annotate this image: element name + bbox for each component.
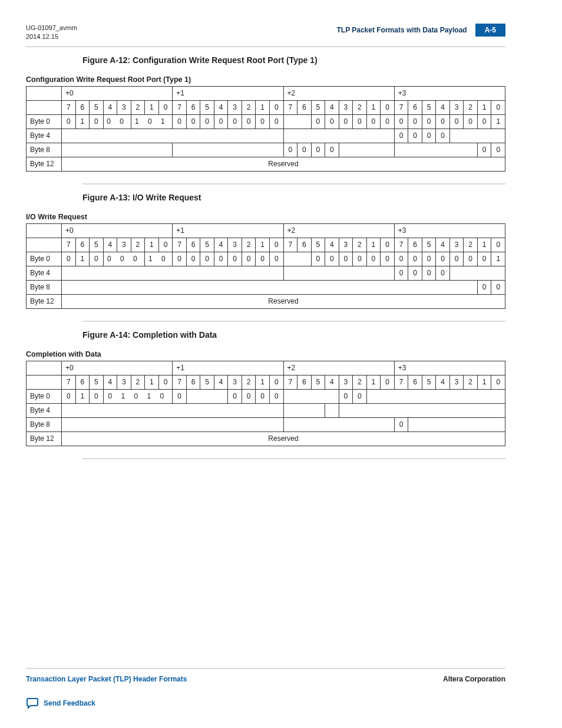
bit-cell: 1 [75, 114, 90, 129]
bit-index-cell: 3 [117, 100, 131, 114]
bit-cell: Reserved [62, 294, 505, 308]
bit-cell: 0 [477, 143, 491, 157]
bit-index-cell: 4 [436, 238, 450, 252]
bit-cell: Reserved [62, 431, 505, 446]
table-caption: Configuration Write Request Root Port (T… [26, 75, 505, 84]
bit-cell: 0 [339, 252, 353, 266]
bit-index-cell: 0 [269, 100, 283, 114]
table-caption: I/O Write Request [26, 213, 505, 221]
bit-cell: 0 [422, 114, 436, 129]
bit-index-cell: 5 [311, 375, 325, 389]
bit-index-cell: 1 [477, 100, 491, 114]
bit-index-cell: 3 [339, 238, 353, 252]
bit-index-cell: 0 [158, 238, 173, 252]
bit-cell: 0 [269, 114, 283, 129]
bit-index-cell: 7 [62, 100, 76, 114]
footer-section-link[interactable]: Transaction Layer Packet (TLP) Header Fo… [26, 675, 187, 683]
bit-index-cell: 6 [75, 100, 90, 114]
byte-offset-cell: +0 [62, 361, 173, 375]
bit-cell [339, 403, 505, 417]
bit-index-cell: 1 [366, 375, 381, 389]
bit-index-cell: 4 [214, 238, 228, 252]
bit-cell: 0 [283, 143, 297, 157]
row-label: Byte 8 [27, 143, 62, 157]
bit-cell: 0 [436, 266, 450, 280]
bit-index-cell: 6 [297, 100, 312, 114]
send-feedback-link[interactable]: Send Feedback [44, 699, 95, 707]
bit-cell: 0 [477, 280, 491, 294]
bit-cell: 0 1 0 1 0 [103, 389, 173, 403]
bit-cell: 0 [394, 252, 408, 266]
bit-index-cell: 4 [325, 238, 339, 252]
bit-cell: 0 [408, 129, 422, 143]
byte-offset-cell: +1 [173, 86, 283, 100]
bit-index-cell: 5 [200, 238, 214, 252]
bit-cell: 0 [62, 114, 76, 129]
bit-cell: 0 [436, 129, 450, 143]
bit-index-cell: 2 [353, 100, 367, 114]
bit-cell: 0 [214, 252, 228, 266]
bit-index-cell: 1 [366, 100, 381, 114]
row-label: Byte 8 [27, 417, 62, 431]
bit-cell: 1 [75, 389, 90, 403]
byte-offset-cell: +0 [62, 86, 173, 100]
footer-rule [26, 668, 505, 669]
bit-index-cell: 7 [394, 375, 408, 389]
section-rule [82, 321, 505, 322]
bit-cell [339, 143, 394, 157]
bit-cell [366, 389, 505, 403]
bit-cell: 0 [62, 252, 76, 266]
bit-index-cell: 1 [256, 100, 270, 114]
bit-index-cell: 5 [90, 100, 104, 114]
byte-offset-cell: +2 [283, 223, 394, 238]
bit-cell: 0 [214, 114, 228, 129]
bit-cell: 0 [242, 114, 256, 129]
bit-index-cell: 3 [228, 100, 242, 114]
bit-index-cell: 2 [464, 375, 478, 389]
bit-index-cell: 7 [283, 100, 297, 114]
bit-index-cell: 5 [200, 375, 214, 389]
bit-cell: 0 [477, 114, 491, 129]
bit-index-cell: 3 [228, 238, 242, 252]
bit-cell: 0 [90, 114, 104, 129]
bit-cell: 0 [353, 114, 367, 129]
bit-index-cell: 6 [297, 375, 312, 389]
bit-cell: 0 [173, 389, 187, 403]
bit-cell: 0 [477, 252, 491, 266]
bit-index-cell: 7 [283, 375, 297, 389]
bit-cell [173, 143, 283, 157]
bit-cell: 0 [186, 252, 200, 266]
bit-index-cell: 1 [145, 375, 159, 389]
bit-index-cell: 4 [325, 100, 339, 114]
bit-index-cell: 0 [158, 100, 173, 114]
bit-cell: 0 [242, 389, 256, 403]
bit-cell: 0 [228, 252, 242, 266]
bit-cell: 0 [186, 114, 200, 129]
bit-cell [283, 417, 394, 431]
byte-offset-cell: +1 [173, 223, 283, 238]
bit-cell [408, 417, 505, 431]
bit-cell [62, 403, 284, 417]
bit-index-cell: 0 [381, 238, 395, 252]
bit-cell: 0 [449, 252, 464, 266]
bit-cell: 0 [464, 252, 478, 266]
bit-index-cell: 1 [256, 375, 270, 389]
bit-index-cell: 2 [131, 375, 145, 389]
bit-index-cell: 6 [408, 100, 422, 114]
bit-cell [283, 389, 339, 403]
doc-date: 2014.12.15 [26, 32, 77, 41]
section-rule [82, 183, 505, 185]
bit-cell: 0 [325, 252, 339, 266]
bit-cell [283, 252, 311, 266]
bit-cell [449, 129, 505, 143]
section-title: TLP Packet Formats with Data Payload [336, 26, 467, 34]
bit-index-cell: 4 [325, 375, 339, 389]
table-caption: Completion with Data [26, 350, 505, 358]
bit-cell [283, 403, 325, 417]
bit-index-cell: 4 [103, 238, 117, 252]
bit-cell: 0 [90, 389, 104, 403]
bit-cell: 0 [256, 389, 270, 403]
bit-index-cell: 2 [464, 100, 478, 114]
doc-id: UG-01097_avmm [26, 24, 77, 32]
bit-cell: 0 [339, 114, 353, 129]
